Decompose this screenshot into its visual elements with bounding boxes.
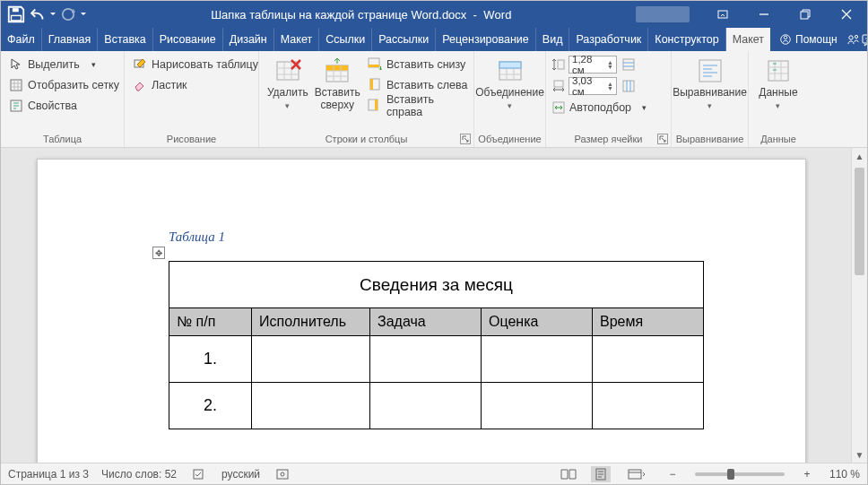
svg-rect-25 <box>499 62 521 68</box>
svg-rect-0 <box>12 15 22 21</box>
col-width-input[interactable]: 3,03 см▲▼ <box>569 77 617 95</box>
doc-name: Шапка таблицы на каждой странице Word.do… <box>211 8 466 22</box>
th-time[interactable]: Время <box>593 308 704 336</box>
tab-developer[interactable]: Разработчик <box>569 28 648 51</box>
table-title-cell[interactable]: Сведения за месяц <box>169 262 704 308</box>
app-name: Word <box>483 8 512 22</box>
svg-point-7 <box>849 36 853 39</box>
document-table[interactable]: Сведения за месяц № п/п Исполнитель Зада… <box>169 261 704 429</box>
quick-access-toolbar <box>1 4 87 24</box>
macro-icon[interactable] <box>273 466 292 482</box>
status-language[interactable]: русский <box>221 468 260 481</box>
redo-icon[interactable] <box>58 4 78 24</box>
title-bar: Шапка таблицы на каждой странице Word.do… <box>1 1 867 28</box>
ribbon: Выделить ▾ Отобразить сетку Свойства Таб… <box>1 51 867 148</box>
data-button[interactable]: Данные▾ <box>755 55 801 132</box>
row-height-input[interactable]: 1,28 см▲▼ <box>569 56 617 74</box>
svg-rect-12 <box>11 80 22 91</box>
table-move-handle-icon[interactable]: ✥ <box>152 247 165 259</box>
svg-rect-31 <box>699 60 721 82</box>
tab-view[interactable]: Вид <box>536 28 570 51</box>
tab-design[interactable]: Дизайн <box>223 28 274 51</box>
tab-file[interactable]: Файл <box>1 28 42 51</box>
table-caption[interactable]: Таблица 1 <box>169 230 805 245</box>
svg-rect-19 <box>369 65 379 67</box>
svg-rect-34 <box>277 470 288 479</box>
save-icon[interactable] <box>6 4 26 24</box>
zoom-out-icon[interactable]: − <box>663 466 682 482</box>
scroll-up-icon[interactable]: ▲ <box>852 148 867 164</box>
merge-button[interactable]: Объединение▾ <box>480 55 540 132</box>
th-grade[interactable]: Оценка <box>482 308 593 336</box>
svg-point-6 <box>784 36 787 39</box>
read-mode-icon[interactable] <box>559 466 578 482</box>
th-executor[interactable]: Исполнитель <box>252 308 370 336</box>
svg-rect-27 <box>623 59 634 70</box>
tab-draw[interactable]: Рисование <box>153 28 223 51</box>
svg-rect-17 <box>326 65 348 71</box>
distribute-rows-icon[interactable] <box>620 56 638 74</box>
status-page[interactable]: Страница 1 из 3 <box>8 468 89 481</box>
scrollbar-thumb[interactable] <box>855 168 864 275</box>
eraser-button[interactable]: Ластик <box>130 75 261 95</box>
print-layout-icon[interactable] <box>591 466 611 482</box>
spellcheck-icon[interactable] <box>189 466 209 482</box>
svg-point-2 <box>63 9 74 20</box>
qat-customize-icon[interactable] <box>80 4 87 24</box>
svg-rect-26 <box>558 60 564 69</box>
web-layout-icon[interactable] <box>623 466 650 482</box>
tab-layout[interactable]: Макет <box>274 28 319 51</box>
close-icon[interactable] <box>826 1 867 28</box>
th-task[interactable]: Задача <box>370 308 482 336</box>
svg-rect-29 <box>623 81 634 91</box>
group-drawing-label: Рисование <box>125 132 258 147</box>
scroll-down-icon[interactable]: ▼ <box>852 446 867 463</box>
svg-rect-32 <box>768 61 788 81</box>
restore-icon[interactable] <box>785 1 826 28</box>
alignment-button[interactable]: Выравнивание▾ <box>677 55 742 132</box>
undo-dropdown-icon[interactable] <box>49 4 56 24</box>
ribbon-display-icon[interactable] <box>702 1 743 28</box>
properties-button[interactable]: Свойства <box>6 96 122 116</box>
draw-table-button[interactable]: Нарисовать таблицу <box>130 55 261 74</box>
minimize-icon[interactable] <box>743 1 785 28</box>
user-badge[interactable] <box>636 6 690 22</box>
insert-right-button[interactable]: Вставить справа <box>368 96 468 116</box>
cellsize-dialog-launcher[interactable] <box>657 134 668 144</box>
show-gridlines-button[interactable]: Отобразить сетку <box>6 75 122 95</box>
svg-point-10 <box>865 38 866 39</box>
tab-mailings[interactable]: Рассылки <box>372 28 436 51</box>
rc-dialog-launcher[interactable] <box>460 134 471 144</box>
autofit-button[interactable]: Автоподбор ▾ <box>551 98 647 117</box>
vertical-scrollbar[interactable]: ▲ ▼ <box>851 148 867 463</box>
status-words[interactable]: Число слов: 52 <box>101 468 177 481</box>
delete-button[interactable]: Удалить▾ <box>265 55 311 132</box>
tab-table-layout[interactable]: Макет <box>726 28 770 51</box>
tab-references[interactable]: Ссылки <box>319 28 372 51</box>
tab-home[interactable]: Главная <box>42 28 99 51</box>
tab-insert[interactable]: Вставка <box>98 28 152 51</box>
undo-icon[interactable] <box>28 4 48 24</box>
tab-table-design[interactable]: Конструктор <box>648 28 725 51</box>
ribbon-tabs: Файл Главная Вставка Рисование Дизайн Ма… <box>1 28 867 51</box>
tell-me[interactable]: Помощн <box>770 28 846 51</box>
feedback-icon[interactable] <box>861 28 868 51</box>
group-rc-label: Строки и столбцы <box>326 134 408 144</box>
zoom-level[interactable]: 110 % <box>829 468 860 481</box>
insert-left-button[interactable]: Вставить слева <box>368 75 468 95</box>
group-data-label: Данные <box>749 132 808 147</box>
page[interactable]: Таблица 1 ✥ Сведения за месяц № п/п Испо… <box>37 159 806 463</box>
cell-num[interactable]: 2. <box>169 383 252 429</box>
svg-point-35 <box>281 472 284 476</box>
distribute-cols-icon[interactable] <box>620 77 638 95</box>
insert-below-button[interactable]: Вставить снизу <box>368 55 468 74</box>
cell-num[interactable]: 1. <box>169 336 252 383</box>
tab-review[interactable]: Рецензирование <box>436 28 536 51</box>
select-button[interactable]: Выделить ▾ <box>6 55 122 74</box>
zoom-in-icon[interactable]: + <box>797 466 817 482</box>
share-icon[interactable] <box>846 28 861 51</box>
svg-rect-28 <box>554 81 563 87</box>
zoom-slider[interactable] <box>695 472 785 476</box>
th-np[interactable]: № п/п <box>169 308 252 336</box>
insert-above-button[interactable]: Вставитьсверху <box>311 55 364 132</box>
